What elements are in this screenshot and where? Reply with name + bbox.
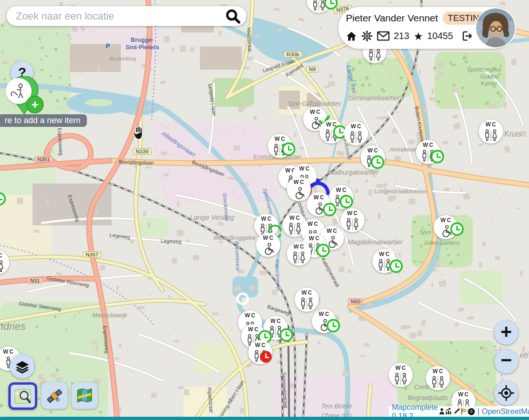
svg-text:WC: WC (347, 210, 359, 217)
svg-text:WC: WC (245, 312, 257, 319)
opening-hours-badge (0, 191, 7, 208)
svg-text:WC: WC (423, 142, 435, 148)
svg-text:WC: WC (319, 311, 331, 317)
crosshair-icon (498, 385, 514, 401)
messages-envelope-icon[interactable] (377, 31, 390, 41)
openstreetmap-link[interactable]: OpenStreetMap (482, 407, 529, 416)
map-marker[interactable]: WC (286, 241, 312, 267)
osm-map-icon (14, 387, 32, 405)
add-item-tooltip: re to add a new item (0, 114, 87, 127)
zoom-in-button[interactable]: + (494, 321, 518, 345)
map-marker[interactable]: WC (311, 308, 337, 334)
svg-text:WC: WC (314, 194, 325, 201)
svg-text:WC: WC (294, 243, 305, 250)
logout-icon[interactable] (461, 30, 473, 42)
hand-cursor-icon (132, 125, 146, 144)
map-marker[interactable]: WC (247, 339, 273, 365)
star-count: 10455 (427, 31, 453, 41)
svg-text:WC: WC (0, 252, 4, 259)
svg-text:WC: WC (368, 147, 379, 154)
home-icon[interactable] (346, 31, 357, 42)
map-marker[interactable]: WC (306, 191, 332, 217)
svg-text:WC: WC (336, 187, 348, 193)
svg-text:WC: WC (302, 289, 313, 296)
copyright-icon: © (468, 408, 475, 415)
search-input[interactable] (15, 10, 225, 23)
svg-text:WC: WC (396, 365, 407, 371)
svg-text:WC: WC (263, 235, 275, 241)
svg-text:WC: WC (458, 391, 470, 398)
user-name: Pieter Vander Vennet (346, 13, 438, 24)
svg-text:WC: WC (433, 368, 444, 374)
map-marker[interactable]: WC (388, 362, 414, 388)
map-marker[interactable]: WC (328, 184, 354, 210)
settings-gear-icon[interactable] (361, 30, 373, 42)
svg-text:WC: WC (308, 221, 319, 227)
map-marker[interactable]: WC (267, 133, 293, 159)
svg-text:WC: WC (351, 123, 363, 130)
svg-text:WC: WC (326, 121, 338, 128)
background-layer-switcher (8, 382, 98, 410)
user-panel: Pieter Vander Vennet TESTING (338, 7, 514, 49)
svg-text:WC: WC (379, 251, 391, 257)
geolocate-button[interactable] (494, 381, 518, 405)
message-count: 213 (394, 31, 409, 41)
map-marker[interactable]: WC (343, 120, 369, 146)
map-marker[interactable]: WC (433, 214, 459, 240)
mapcomplete-app: Brugge-Sint-PietersPRustenburgSint-Gilli… (0, 0, 529, 420)
layers-button[interactable] (10, 354, 34, 379)
zoom-out-button[interactable]: − (494, 349, 518, 374)
background-osm-carto-button[interactable] (8, 382, 37, 410)
search-bar (7, 6, 246, 26)
add-plus-icon: + (26, 96, 44, 113)
svg-text:WC: WC (271, 318, 282, 324)
svg-text:WC: WC (248, 326, 260, 333)
map-marker[interactable]: WC (0, 249, 10, 276)
svg-text:WC: WC (441, 217, 452, 223)
map-marker[interactable]: WC (371, 248, 397, 274)
statistics-icon (445, 408, 453, 415)
svg-text:WC: WC (310, 109, 322, 115)
map-marker[interactable]: WC (425, 365, 451, 391)
svg-text:WC: WC (299, 165, 311, 172)
svg-text:WC: WC (275, 136, 286, 142)
flag-icon (461, 408, 467, 415)
bottom-accent-bar (0, 417, 529, 420)
background-map-button[interactable] (72, 382, 98, 409)
folded-map-icon (76, 387, 93, 405)
svg-text:WC: WC (255, 342, 267, 348)
svg-text:WC: WC (290, 215, 301, 221)
attribution-separator: | (477, 407, 479, 416)
map-marker[interactable]: WC (318, 118, 344, 144)
map-marker[interactable] (317, 188, 318, 189)
satellite-icon (45, 387, 64, 405)
background-satellite-button[interactable] (41, 382, 67, 409)
contributor-icon (439, 408, 445, 415)
map-markers: WC WC WC WC WC WC WC WC (0, 0, 529, 420)
svg-text:©: © (470, 409, 473, 414)
svg-text:WC: WC (3, 348, 15, 355)
map-marker[interactable]: WC (255, 232, 281, 258)
map-marker[interactable]: WC (263, 315, 289, 341)
svg-text:WC: WC (486, 121, 497, 128)
map-marker[interactable]: WC (306, 0, 332, 14)
map-marker[interactable]: WC (415, 139, 441, 165)
search-icon[interactable] (225, 8, 241, 24)
attribution-bar: Mapcomplete 0.18.2 © | OpenStreetMap (389, 406, 529, 417)
edit-pencil-icon (453, 408, 460, 415)
map-marker[interactable]: WC (360, 144, 386, 171)
svg-text:WC: WC (261, 216, 273, 222)
svg-text:WC: WC (294, 179, 305, 185)
add-new-item-pin[interactable]: + (4, 73, 50, 120)
star-icon: ★ (413, 32, 423, 41)
map-marker[interactable]: WC (478, 118, 504, 144)
svg-text:WC: WC (327, 228, 338, 234)
avatar[interactable] (476, 8, 515, 47)
